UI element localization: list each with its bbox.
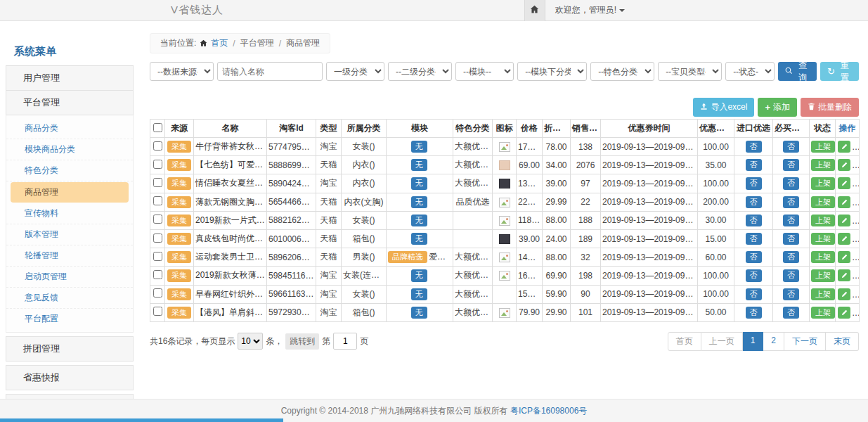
page-first[interactable]: 首页 (668, 332, 701, 351)
breadcrumb-home-link[interactable]: 首页 (211, 37, 228, 49)
mustbuy-toggle[interactable]: 否 (783, 233, 799, 245)
row-checkbox[interactable] (153, 160, 162, 169)
page-2[interactable]: 2 (763, 332, 784, 351)
sidebar-item-splash[interactable]: 启动页管理 (6, 267, 133, 288)
discount-price: 88.00 (543, 248, 571, 267)
sidebar-item-product-management[interactable]: 商品管理 (11, 182, 129, 203)
sidebar-item-product-category[interactable]: 商品分类 (6, 118, 133, 139)
status-select[interactable]: --状态-- (725, 62, 775, 81)
module-select[interactable]: --模块-- (455, 62, 514, 81)
edit-button[interactable] (838, 233, 850, 245)
sidebar-item-feedback[interactable]: 意见反馈 (6, 288, 133, 309)
coupon-time: 2019-09-13—2019-09-20 (601, 174, 698, 193)
import-toggle[interactable]: 否 (746, 233, 762, 245)
row-checkbox[interactable] (153, 196, 162, 205)
import-toggle[interactable]: 否 (746, 251, 762, 263)
row-checkbox[interactable] (153, 178, 162, 187)
home-button[interactable] (524, 0, 545, 21)
sidebar-item-express[interactable]: 省惠快报 (6, 365, 134, 390)
status-badge[interactable]: 上架 (811, 196, 835, 208)
special-category-select[interactable]: --特色分类-- (590, 62, 654, 81)
sidebar-item-carousel[interactable]: 轮播管理 (6, 245, 133, 267)
edit-button[interactable] (838, 215, 850, 226)
sidebar-item-platform-config[interactable]: 平台配置 (6, 309, 133, 329)
row-checkbox[interactable] (153, 215, 162, 224)
mustbuy-toggle[interactable]: 否 (783, 251, 799, 263)
module-badge: 无 (411, 269, 427, 281)
select-all-checkbox[interactable] (153, 123, 162, 132)
sidebar-item-users[interactable]: 用户管理 (6, 66, 134, 91)
mustbuy-toggle[interactable]: 否 (783, 307, 799, 319)
edit-button[interactable] (838, 251, 850, 263)
row-checkbox[interactable] (153, 252, 162, 261)
category1-select[interactable]: 一级分类 (326, 62, 384, 81)
add-button[interactable]: +添加 (758, 98, 797, 117)
mustbuy-toggle[interactable]: 否 (783, 141, 799, 153)
mustbuy-toggle[interactable]: 否 (783, 177, 799, 189)
module-sub-select[interactable]: --模块下分类-- (517, 62, 587, 81)
import-excel-button[interactable]: 导入excel (693, 98, 754, 117)
item-type-select[interactable]: --宝贝类型-- (658, 62, 722, 81)
status-badge[interactable]: 上架 (811, 307, 835, 319)
category2-select[interactable]: --二级分类-- (388, 62, 452, 81)
reset-button[interactable]: ↻重置 (820, 62, 859, 81)
import-toggle[interactable]: 否 (746, 177, 762, 189)
name-search-input[interactable] (217, 62, 323, 81)
row-checkbox[interactable] (153, 307, 162, 316)
mustbuy-toggle[interactable]: 否 (783, 288, 799, 300)
breadcrumb-separator: / (279, 39, 281, 49)
mustbuy-toggle[interactable]: 否 (783, 196, 799, 208)
jump-page-input[interactable] (333, 333, 357, 350)
import-toggle[interactable]: 否 (746, 307, 762, 319)
import-toggle[interactable]: 否 (746, 215, 762, 226)
status-badge[interactable]: 上架 (811, 288, 835, 300)
status-badge[interactable]: 上架 (811, 215, 835, 226)
edit-button[interactable] (838, 307, 850, 319)
breadcrumb-level1: 平台管理 (240, 37, 274, 49)
edit-button[interactable] (838, 159, 850, 171)
coupon-amount: 200.00 (698, 193, 734, 211)
product-name: 【七色纺】可爱纯棉家... (194, 156, 267, 174)
row-checkbox[interactable] (153, 141, 162, 151)
page-last[interactable]: 末页 (826, 332, 859, 351)
edit-button[interactable] (838, 196, 850, 208)
user-menu[interactable]: 欢迎您，管理员! (555, 4, 625, 16)
status-badge[interactable]: 上架 (811, 251, 835, 263)
mustbuy-toggle[interactable]: 否 (783, 215, 799, 226)
status-badge[interactable]: 上架 (811, 141, 835, 153)
edit-button[interactable] (838, 288, 850, 300)
page-size-select[interactable]: 10 (238, 333, 263, 350)
row-checkbox[interactable] (153, 270, 162, 279)
status-badge[interactable]: 上架 (811, 159, 835, 171)
status-badge[interactable]: 上架 (811, 233, 835, 245)
row-checkbox[interactable] (153, 288, 162, 298)
status-badge[interactable]: 上架 (811, 177, 835, 189)
sidebar-item-platform[interactable]: 平台管理 (6, 91, 134, 115)
mustbuy-toggle[interactable]: 否 (783, 159, 799, 171)
row-checkbox[interactable] (153, 234, 162, 243)
import-toggle[interactable]: 否 (746, 141, 762, 153)
data-source-select[interactable]: --数据来源-- (150, 62, 214, 81)
import-toggle[interactable]: 否 (746, 269, 762, 281)
import-toggle[interactable]: 否 (746, 196, 762, 208)
import-toggle[interactable]: 否 (746, 288, 762, 300)
sidebar-item-groupbuy[interactable]: 拼团管理 (6, 336, 134, 362)
status-badge[interactable]: 上架 (811, 269, 835, 281)
icp-link[interactable]: 粤ICP备16098006号 (510, 405, 587, 417)
sidebar-item-version[interactable]: 版本管理 (6, 224, 133, 245)
page-1[interactable]: 1 (743, 332, 764, 351)
jump-button[interactable]: 跳转到 (285, 333, 319, 350)
sidebar-item-special-category[interactable]: 特色分类 (6, 160, 133, 181)
edit-button[interactable] (838, 177, 850, 189)
horizontal-scrollbar[interactable] (0, 418, 283, 422)
sidebar-item-promo-material[interactable]: 宣传物料 (6, 203, 133, 224)
page-prev[interactable]: 上一页 (701, 332, 743, 351)
import-toggle[interactable]: 否 (746, 159, 762, 171)
mustbuy-toggle[interactable]: 否 (783, 269, 799, 281)
sidebar-item-module-product-category[interactable]: 模块商品分类 (6, 139, 133, 160)
edit-button[interactable] (838, 269, 850, 281)
batch-delete-button[interactable]: 批量删除 (801, 98, 859, 117)
edit-button[interactable] (838, 141, 850, 153)
query-button[interactable]: 查询 (778, 62, 817, 81)
page-next[interactable]: 下一页 (784, 332, 826, 351)
